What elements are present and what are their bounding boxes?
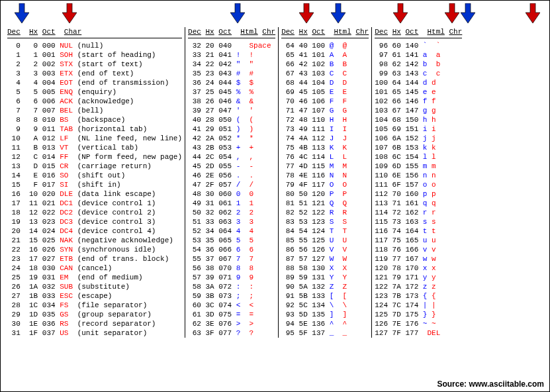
table-row: 110 6E 156 n n <box>375 171 462 180</box>
table-row: 49 31 061 1 1 <box>188 199 275 208</box>
table-row: 11 B 013 VT (vertical tab) <box>7 143 182 152</box>
table-row: 55 37 067 7 7 <box>188 254 275 264</box>
table-row: 105 69 151 i i <box>375 124 462 134</box>
table-row: 31 1F 037 US (unit separator) <box>7 328 182 338</box>
table-row: 48 30 060 0 0 <box>188 189 275 199</box>
table-row: 26 1A 032 SUB (substitute) <box>7 282 182 291</box>
table-row: 58 3A 072 : : <box>188 282 275 291</box>
table-row: 65 41 101 A A <box>281 50 369 60</box>
table-row: 93 5D 135 ] ] <box>281 310 369 319</box>
table-row: 112 70 160 p p <box>375 189 462 199</box>
table-row: 72 48 110 H H <box>281 115 369 124</box>
table-row: 20 14 024 DC4 (device control 4) <box>7 226 182 236</box>
table-row: 13 D 015 CR (carriage return) <box>7 162 182 171</box>
table-row: 125 7D 175 } } <box>375 310 462 319</box>
table-row: 87 57 127 W W <box>281 254 369 264</box>
table-row: 115 73 163 s s <box>375 217 462 226</box>
table-row: 40 28 050 ( ( <box>188 115 275 124</box>
table-row: 66 42 102 B B <box>281 60 369 69</box>
table-row: 111 6F 157 o o <box>375 180 462 189</box>
table-row: 80 50 120 P P <box>281 189 369 199</box>
source-credit: Source: www.asciitable.com <box>437 379 544 389</box>
table-row: 34 22 042 " " <box>188 60 275 69</box>
table-row: 83 53 123 S S <box>281 217 369 226</box>
table-row: 102 66 146 f f <box>375 97 462 106</box>
table-row: 116 74 164 t t <box>375 226 462 236</box>
table-row: 35 23 043 # # <box>188 69 275 78</box>
column-header: Dec Hx Oct Char <box>7 27 182 38</box>
table-row: 9 9 011 TAB (horizontal tab) <box>7 124 182 134</box>
table-row: 22 16 026 SYN (synchronous idle) <box>7 245 182 254</box>
table-row: 10 A 012 LF (NL line feed, new line) <box>7 134 182 143</box>
table-row: 38 26 046 & & <box>188 97 275 106</box>
table-row: 28 1C 034 FS (file separator) <box>7 301 182 310</box>
column-header: Dec Hx Oct Html Chr <box>375 27 462 38</box>
column-header: Dec Hx Oct Html Chr <box>188 27 275 38</box>
table-row: 54 36 066 6 6 <box>188 245 275 254</box>
table-row: 19 13 023 DC3 (device control 3) <box>7 217 182 226</box>
table-row: 74 4A 112 J J <box>281 134 369 143</box>
table-row: 82 52 122 R R <box>281 208 369 217</box>
table-row: 119 77 167 w w <box>375 254 462 264</box>
table-row: 68 44 104 D D <box>281 78 369 87</box>
table-row: 121 79 171 y y <box>375 273 462 282</box>
table-row: 78 4E 116 N N <box>281 171 369 180</box>
table-row: 17 11 021 DC1 (device control 1) <box>7 199 182 208</box>
table-row: 113 71 161 q q <box>375 199 462 208</box>
table-row: 37 25 045 % % <box>188 87 275 97</box>
table-row: 86 56 126 V V <box>281 245 369 254</box>
table-row: 69 45 105 E E <box>281 87 369 97</box>
table-row: 67 43 103 C C <box>281 69 369 78</box>
table-row: 16 10 020 DLE (data link escape) <box>7 189 182 199</box>
table-row: 85 55 125 U U <box>281 236 369 245</box>
table-row: 107 6B 153 k k <box>375 143 462 152</box>
table-row: 59 3B 073 ; ; <box>188 291 275 301</box>
table-row: 6 6 006 ACK (acknowledge) <box>7 97 182 106</box>
table-row: 61 3D 075 = = <box>188 310 275 319</box>
table-row: 14 E 016 SO (shift out) <box>7 171 182 180</box>
table-row: 99 63 143 c c <box>375 69 462 78</box>
table-row: 2 2 002 STX (start of text) <box>7 60 182 69</box>
table-row: 117 75 165 u u <box>375 236 462 245</box>
table-row: 123 7B 173 { { <box>375 291 462 301</box>
table-row: 92 5C 134 \ \ <box>281 301 369 310</box>
table-row: 98 62 142 b b <box>375 60 462 69</box>
table-row: 53 35 065 5 5 <box>188 236 275 245</box>
table-row: 79 4F 117 O O <box>281 180 369 189</box>
table-row: 7 7 007 BEL (bell) <box>7 106 182 115</box>
table-row: 118 76 166 v v <box>375 245 462 254</box>
table-row: 43 2B 053 + + <box>188 143 275 152</box>
table-row: 81 51 121 Q Q <box>281 199 369 208</box>
table-row: 77 4D 115 M M <box>281 162 369 171</box>
table-row: 88 58 130 X X <box>281 264 369 273</box>
table-row: 95 5F 137 _ _ <box>281 328 369 338</box>
table-row: 36 24 044 $ $ <box>188 78 275 87</box>
table-row: 114 72 162 r r <box>375 208 462 217</box>
table-row: 60 3C 074 < < <box>188 301 275 310</box>
table-row: 4 4 004 EOT (end of transmission) <box>7 78 182 87</box>
table-row: 8 8 010 BS (backspace) <box>7 115 182 124</box>
table-row: 15 F 017 SI (shift in) <box>7 180 182 189</box>
table-row: 63 3F 077 ? ? <box>188 328 275 338</box>
table-row: 46 2E 056 . . <box>188 171 275 180</box>
table-row: 50 32 062 2 2 <box>188 208 275 217</box>
table-row: 47 2F 057 / / <box>188 180 275 189</box>
table-row: 101 65 145 e e <box>375 87 462 97</box>
table-row: 1 1 001 SOH (start of heading) <box>7 50 182 60</box>
table-row: 96 60 140 ` ` <box>375 41 462 50</box>
table-row: 44 2C 054 , , <box>188 152 275 162</box>
table-row: 104 68 150 h h <box>375 115 462 124</box>
table-row: 71 47 107 G G <box>281 106 369 115</box>
table-row: 90 5A 132 Z Z <box>281 282 369 291</box>
table-row: 109 6D 155 m m <box>375 162 462 171</box>
table-row: 24 18 030 CAN (cancel) <box>7 264 182 273</box>
table-row: 89 59 131 Y Y <box>281 273 369 282</box>
table-row: 25 19 031 EM (end of medium) <box>7 273 182 282</box>
table-row: 76 4C 114 L L <box>281 152 369 162</box>
column-header: Dec Hx Oct Html Chr <box>281 27 369 38</box>
table-row: 0 0 000 NUL (null) <box>7 41 182 50</box>
table-row: 91 5B 133 [ [ <box>281 291 369 301</box>
table-row: 42 2A 052 * * <box>188 134 275 143</box>
table-row: 23 17 027 ETB (end of trans. block) <box>7 254 182 264</box>
table-row: 120 78 170 x x <box>375 264 462 273</box>
